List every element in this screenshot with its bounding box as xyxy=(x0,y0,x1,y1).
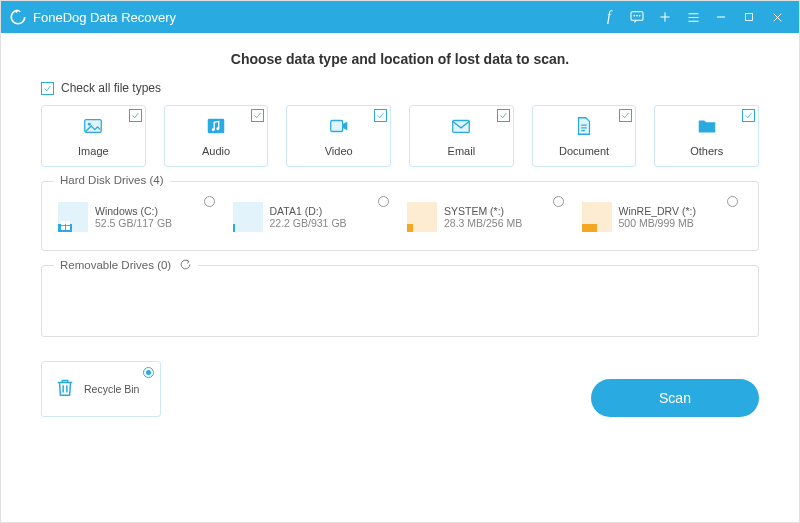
type-card-folder[interactable]: Others xyxy=(654,105,759,167)
type-card-audio[interactable]: Audio xyxy=(164,105,269,167)
type-card-email[interactable]: Email xyxy=(409,105,514,167)
type-label: Document xyxy=(559,145,609,157)
drive-size: 500 MB/999 MB xyxy=(619,217,696,229)
type-card-video[interactable]: Video xyxy=(286,105,391,167)
drive-item[interactable]: SYSTEM (*:)28.3 MB/256 MB xyxy=(405,198,570,236)
file-types-row: ImageAudioVideoEmailDocumentOthers xyxy=(41,105,759,167)
windows-logo-icon xyxy=(61,221,70,230)
drive-radio[interactable] xyxy=(553,196,564,207)
feedback-icon[interactable] xyxy=(623,1,651,33)
drive-icon xyxy=(407,202,437,232)
drive-icon xyxy=(233,202,263,232)
type-card-image[interactable]: Image xyxy=(41,105,146,167)
email-icon xyxy=(450,115,472,141)
check-all-checkbox[interactable] xyxy=(41,82,54,95)
folder-icon xyxy=(696,115,718,141)
check-all-label: Check all file types xyxy=(61,81,161,95)
bottom-row: Recycle Bin Scan xyxy=(1,361,799,433)
drive-item[interactable]: Windows (C:)52.5 GB/117 GB xyxy=(56,198,221,236)
drive-icon xyxy=(582,202,612,232)
svg-rect-15 xyxy=(66,226,70,230)
recycle-bin-card[interactable]: Recycle Bin xyxy=(41,361,161,417)
drive-text: Windows (C:)52.5 GB/117 GB xyxy=(95,205,172,229)
drive-size: 52.5 GB/117 GB xyxy=(95,217,172,229)
minimize-button[interactable] xyxy=(707,1,735,33)
type-label: Video xyxy=(325,145,353,157)
drive-item[interactable]: WinRE_DRV (*:)500 MB/999 MB xyxy=(580,198,745,236)
titlebar: FoneDog Data Recovery f xyxy=(1,1,799,33)
type-checkbox[interactable] xyxy=(129,109,142,122)
app-logo-icon xyxy=(9,8,27,26)
facebook-icon[interactable]: f xyxy=(595,1,623,33)
type-checkbox[interactable] xyxy=(742,109,755,122)
check-all-types[interactable]: Check all file types xyxy=(41,81,759,95)
removable-title: Removable Drives (0) xyxy=(60,259,171,271)
hard-disk-section: Hard Disk Drives (4) Windows (C:)52.5 GB… xyxy=(41,181,759,251)
hard-disk-title: Hard Disk Drives (4) xyxy=(54,174,170,186)
svg-rect-14 xyxy=(61,226,65,230)
app-title: FoneDog Data Recovery xyxy=(33,10,176,25)
type-label: Others xyxy=(690,145,723,157)
hard-disk-drives: Windows (C:)52.5 GB/117 GBDATA1 (D:)22.2… xyxy=(56,198,744,236)
trash-icon xyxy=(54,376,76,402)
svg-rect-12 xyxy=(61,221,65,225)
svg-rect-13 xyxy=(66,221,70,225)
refresh-icon[interactable] xyxy=(179,258,192,271)
document-icon xyxy=(573,115,595,141)
svg-point-2 xyxy=(636,15,637,16)
svg-point-6 xyxy=(88,123,91,126)
video-icon xyxy=(328,115,350,141)
removable-section: Removable Drives (0) xyxy=(41,265,759,337)
drive-text: DATA1 (D:)22.2 GB/931 GB xyxy=(270,205,347,229)
recycle-bin-label: Recycle Bin xyxy=(84,383,139,395)
main-content: Choose data type and location of lost da… xyxy=(1,33,799,361)
close-button[interactable] xyxy=(763,1,791,33)
drive-name: Windows (C:) xyxy=(95,205,172,217)
type-label: Audio xyxy=(202,145,230,157)
drive-text: WinRE_DRV (*:)500 MB/999 MB xyxy=(619,205,696,229)
drive-text: SYSTEM (*:)28.3 MB/256 MB xyxy=(444,205,522,229)
drive-radio[interactable] xyxy=(378,196,389,207)
audio-icon xyxy=(205,115,227,141)
svg-point-9 xyxy=(216,127,219,130)
svg-point-1 xyxy=(634,15,635,16)
svg-point-3 xyxy=(639,15,640,16)
svg-rect-11 xyxy=(453,121,470,133)
plus-icon[interactable] xyxy=(651,1,679,33)
image-icon xyxy=(82,115,104,141)
drive-size: 22.2 GB/931 GB xyxy=(270,217,347,229)
maximize-button[interactable] xyxy=(735,1,763,33)
recycle-bin-radio[interactable] xyxy=(143,367,154,378)
type-label: Email xyxy=(448,145,476,157)
type-checkbox[interactable] xyxy=(251,109,264,122)
scan-button[interactable]: Scan xyxy=(591,379,759,417)
drive-name: SYSTEM (*:) xyxy=(444,205,522,217)
page-headline: Choose data type and location of lost da… xyxy=(41,51,759,67)
svg-rect-7 xyxy=(208,119,225,134)
drive-name: DATA1 (D:) xyxy=(270,205,347,217)
type-checkbox[interactable] xyxy=(619,109,632,122)
menu-icon[interactable] xyxy=(679,1,707,33)
type-card-document[interactable]: Document xyxy=(532,105,637,167)
drive-item[interactable]: DATA1 (D:)22.2 GB/931 GB xyxy=(231,198,396,236)
drive-name: WinRE_DRV (*:) xyxy=(619,205,696,217)
drive-size: 28.3 MB/256 MB xyxy=(444,217,522,229)
type-checkbox[interactable] xyxy=(497,109,510,122)
drive-radio[interactable] xyxy=(727,196,738,207)
drive-radio[interactable] xyxy=(204,196,215,207)
svg-point-8 xyxy=(212,128,215,131)
svg-rect-4 xyxy=(746,14,753,21)
type-checkbox[interactable] xyxy=(374,109,387,122)
svg-rect-10 xyxy=(330,121,342,132)
drive-icon xyxy=(58,202,88,232)
type-label: Image xyxy=(78,145,109,157)
